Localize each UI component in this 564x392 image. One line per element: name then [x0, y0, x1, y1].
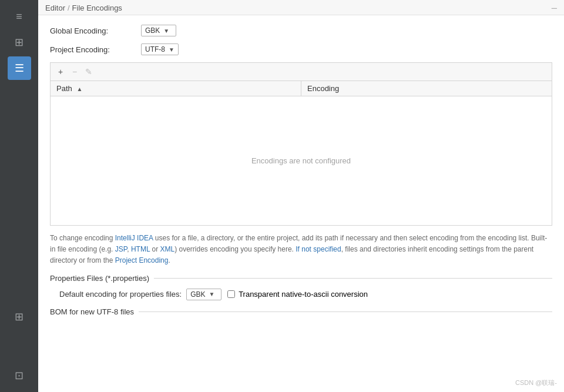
sidebar-icon-4-symbol: ⊞ — [15, 310, 24, 323]
encoding-toolbar: + − ✎ — [50, 62, 552, 81]
info-text-4: or — [150, 245, 160, 253]
properties-encoding-arrow: ▼ — [209, 291, 214, 297]
global-encoding-dropdown[interactable]: GBK ▼ — [141, 25, 176, 36]
info-link-jsp[interactable]: JSP — [115, 245, 127, 253]
path-column-header[interactable]: Path ▲ — [51, 81, 301, 96]
project-encoding-value: UTF-8 — [145, 45, 165, 53]
global-encoding-label: Global Encoding: — [50, 26, 141, 35]
breadcrumb-separator: / — [68, 4, 70, 12]
main-panel: Editor / File Encodings ─ Global Encodin… — [38, 0, 564, 392]
transparent-conversion-label: Transparent native-to-ascii conversion — [239, 290, 368, 299]
sidebar-icon-3[interactable]: ☰ — [8, 56, 31, 80]
info-text-1: To change encoding — [50, 234, 115, 242]
project-encoding-label: Project Encoding: — [50, 45, 141, 54]
properties-encoding-value: GBK — [190, 290, 205, 299]
breadcrumb: Editor / File Encodings ─ — [38, 0, 564, 15]
sidebar-icon-1[interactable]: ≡ — [8, 5, 31, 28]
project-encoding-row: Project Encoding: UTF-8 ▼ — [50, 43, 552, 55]
sidebar-icon-5[interactable]: ⊡ — [8, 364, 31, 387]
bom-section-header: BOM for new UTF-8 files — [50, 307, 552, 316]
global-encoding-arrow: ▼ — [163, 28, 169, 34]
sort-arrow-icon: ▲ — [76, 86, 82, 92]
bom-section-label: BOM for new UTF-8 files — [50, 307, 134, 316]
remove-button[interactable]: − — [68, 65, 81, 78]
info-link-idea[interactable]: IntelliJ IDEA — [115, 234, 153, 242]
transparent-conversion-checkbox[interactable] — [227, 290, 235, 298]
default-encoding-label: Default encoding for properties files: — [59, 290, 182, 299]
sidebar-icon-5-symbol: ⊡ — [15, 369, 24, 382]
content-area: Global Encoding: GBK ▼ Project Encoding:… — [38, 15, 564, 392]
minimize-button[interactable]: ─ — [552, 4, 557, 12]
properties-row: Default encoding for properties files: G… — [50, 289, 552, 300]
global-encoding-row: Global Encoding: GBK ▼ — [50, 25, 552, 36]
sidebar-icon-2-symbol: ⊞ — [15, 36, 24, 49]
info-link-project-encoding[interactable]: Project Encoding — [115, 256, 169, 264]
info-text-3: , — [127, 245, 131, 253]
info-link-if-not[interactable]: If not specified — [296, 245, 341, 253]
encoding-table: Path ▲ Encoding — [50, 81, 552, 96]
info-text-5: ) overrides encoding you specify here. — [174, 245, 296, 253]
breadcrumb-part1: Editor — [45, 4, 65, 12]
info-link-xml[interactable]: XML — [160, 245, 174, 253]
sidebar-icon-2[interactable]: ⊞ — [8, 31, 31, 54]
empty-message: Encodings are not configured — [251, 156, 351, 165]
project-encoding-dropdown[interactable]: UTF-8 ▼ — [141, 43, 179, 55]
properties-encoding-dropdown[interactable]: GBK ▼ — [186, 289, 221, 300]
properties-section-header: Properties Files (*.properties) — [50, 274, 552, 283]
project-encoding-arrow: ▼ — [169, 46, 174, 53]
breadcrumb-part2: File Encodings — [72, 4, 122, 12]
encoding-column-header[interactable]: Encoding — [301, 81, 552, 96]
encoding-col-label: Encoding — [307, 84, 339, 93]
path-col-label: Path — [56, 84, 72, 93]
add-button[interactable]: + — [54, 65, 67, 78]
empty-state: Encodings are not configured — [50, 96, 552, 226]
info-link-html[interactable]: HTML — [131, 245, 150, 253]
info-text: To change encoding IntelliJ IDEA uses fo… — [50, 233, 552, 267]
sidebar-icon-3-symbol: ☰ — [15, 62, 24, 75]
properties-section-label: Properties Files (*.properties) — [50, 274, 149, 283]
global-encoding-value: GBK — [145, 26, 160, 35]
sidebar-icon-1-symbol: ≡ — [16, 11, 22, 23]
info-text-7: . — [168, 256, 170, 264]
watermark: CSDN @联瑞- — [515, 378, 557, 387]
sidebar: ≡ ⊞ ☰ ⊞ ⊡ — [0, 0, 38, 392]
sidebar-icon-4[interactable]: ⊞ — [8, 305, 31, 329]
transparent-conversion-row: Transparent native-to-ascii conversion — [227, 290, 368, 299]
edit-button[interactable]: ✎ — [82, 65, 95, 78]
